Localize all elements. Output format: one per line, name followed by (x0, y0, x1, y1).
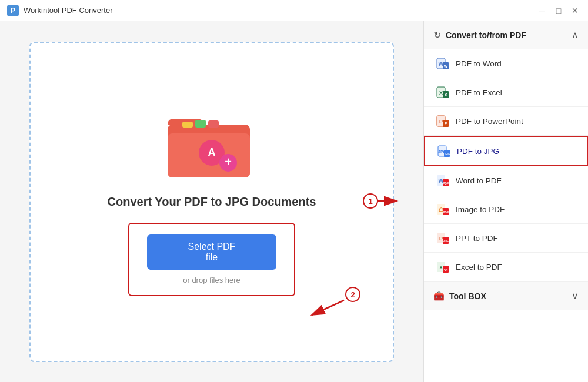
svg-text:P: P (445, 122, 447, 126)
minimize-button[interactable]: ─ (536, 5, 548, 16)
svg-rect-3 (195, 120, 206, 128)
pdf-to-excel-icon: X X (436, 85, 450, 99)
left-area: A + Convert Your PDF to JPG Documents Se… (0, 21, 423, 382)
sidebar: ↻ Convert to/from PDF ∧ W W PDF to Word … (423, 21, 588, 382)
svg-text:PDF: PDF (443, 239, 449, 243)
toolbox-section-header[interactable]: 🧰 Tool BOX ∨ (424, 282, 588, 310)
sidebar-item-pdf-to-excel-label: PDF to Excel (456, 88, 502, 97)
app-title: Workintool PDF Converter (24, 6, 112, 15)
window-controls: ─ □ ✕ (536, 5, 581, 16)
pdf-to-word-icon: W W (436, 56, 450, 71)
titlebar: P Workintool PDF Converter ─ □ ✕ (0, 0, 588, 21)
sidebar-item-ppt-to-pdf[interactable]: P PDF PPT to PDF (424, 224, 588, 253)
sidebar-item-pdf-to-jpg-label: PDF to JPG (457, 147, 499, 156)
sidebar-item-excel-to-pdf[interactable]: X PDF Excel to PDF (424, 253, 588, 282)
svg-text:+: + (225, 155, 232, 168)
svg-text:X: X (445, 93, 447, 97)
sidebar-item-image-to-pdf[interactable]: ☖ PDF Image to PDF (424, 195, 588, 224)
svg-text:A: A (208, 146, 216, 158)
svg-text:W: W (444, 64, 448, 68)
pdf-to-ppt-icon: P P (436, 114, 450, 128)
maximize-button[interactable]: □ (553, 5, 564, 16)
sidebar-item-ppt-to-pdf-label: PPT to PDF (456, 234, 498, 243)
svg-text:X: X (439, 90, 443, 96)
titlebar-left: P Workintool PDF Converter (7, 5, 112, 16)
convert-title: Convert Your PDF to JPG Documents (108, 195, 316, 209)
drop-zone[interactable]: A + Convert Your PDF to JPG Documents Se… (29, 42, 394, 362)
svg-text:PDF: PDF (443, 268, 449, 272)
toolbox-header-left: 🧰 Tool BOX (433, 291, 486, 301)
sidebar-item-pdf-to-ppt[interactable]: P P PDF to PowerPoint (424, 107, 588, 136)
toolbox-icon: 🧰 (433, 291, 445, 301)
sidebar-item-pdf-to-ppt-label: PDF to PowerPoint (456, 117, 523, 126)
image-to-pdf-icon: ☖ PDF (436, 202, 450, 216)
convert-section-header-left: ↻ Convert to/from PDF (433, 29, 526, 41)
sidebar-item-word-to-pdf-label: Word to PDF (456, 176, 502, 185)
sidebar-item-pdf-to-excel[interactable]: X X PDF to Excel (424, 78, 588, 107)
ppt-to-pdf-icon: P PDF (436, 231, 450, 245)
sidebar-item-word-to-pdf[interactable]: W PDF Word to PDF (424, 166, 588, 195)
app-logo: P (7, 5, 19, 16)
svg-text:PDF: PDF (443, 210, 449, 214)
svg-text:JPG: JPG (443, 152, 450, 156)
folder-illustration: A + (165, 107, 259, 183)
collapse-icon: ∧ (572, 29, 579, 41)
select-pdf-button[interactable]: Select PDF file (147, 234, 276, 270)
svg-rect-4 (208, 120, 219, 128)
excel-to-pdf-icon: X PDF (436, 260, 450, 274)
convert-section-header[interactable]: ↻ Convert to/from PDF ∧ (424, 21, 588, 49)
close-button[interactable]: ✕ (569, 5, 581, 16)
convert-section-icon: ↻ (433, 29, 441, 41)
sidebar-item-image-to-pdf-label: Image to PDF (456, 205, 505, 214)
sidebar-item-pdf-to-jpg[interactable]: JPG JPG PDF to JPG (424, 136, 588, 166)
sidebar-item-pdf-to-word[interactable]: W W PDF to Word (424, 49, 588, 78)
main-content: A + Convert Your PDF to JPG Documents Se… (0, 21, 588, 382)
svg-rect-2 (182, 122, 193, 128)
word-to-pdf-icon: W PDF (436, 173, 450, 187)
toolbox-expand-icon: ∨ (572, 290, 579, 301)
select-area: Select PDF file or drop files here (128, 223, 295, 296)
sidebar-item-pdf-to-word-label: PDF to Word (456, 59, 502, 68)
svg-text:P: P (439, 119, 443, 125)
svg-text:PDF: PDF (443, 182, 449, 185)
drop-text: or drop files here (183, 276, 240, 284)
pdf-to-jpg-icon: JPG JPG (437, 144, 451, 158)
sidebar-item-excel-to-pdf-label: Excel to PDF (456, 263, 502, 272)
convert-section-title: Convert to/from PDF (446, 31, 526, 40)
toolbox-title: Tool BOX (449, 291, 486, 301)
